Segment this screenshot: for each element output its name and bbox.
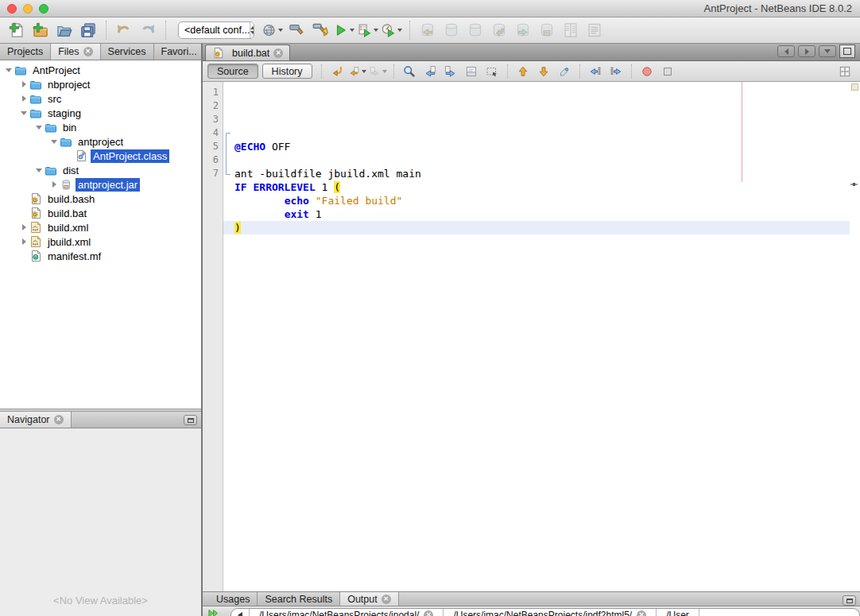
dropdown-arrow-icon[interactable] — [397, 29, 402, 32]
forward-button[interactable] — [370, 63, 387, 80]
tree-item-jbuild-xml[interactable]: jbuild.xml — [0, 234, 201, 249]
expand-open-icon[interactable] — [33, 126, 45, 130]
tree-item-manifest-mf[interactable]: manifest.mf — [0, 249, 201, 263]
build-project-button[interactable] — [286, 20, 307, 41]
tree-item-build-bat[interactable]: build.bat — [0, 206, 201, 220]
undo-button[interactable] — [114, 20, 134, 41]
expand-closed-icon[interactable] — [18, 224, 29, 231]
next-bookmark-button[interactable] — [535, 63, 552, 80]
back-button[interactable] — [349, 63, 366, 80]
expand-closed-icon[interactable] — [18, 95, 29, 102]
start-macro-recording-button[interactable] — [638, 63, 656, 80]
vcs-checkout-button[interactable] — [417, 20, 438, 41]
code-editor[interactable]: @ECHO OFFant -buildfile jbuild.xml mainI… — [223, 82, 850, 591]
save-all-button[interactable] — [78, 20, 99, 41]
output-tab-users-imac-netbeansprojects-jnodal[interactable]: /Users/imac/NetBeansProjects/jnodal/✕ — [250, 609, 444, 616]
tab-list-dropdown-button[interactable] — [819, 45, 836, 57]
tab-search-results[interactable]: Search Results — [258, 592, 340, 606]
new-project-button[interactable] — [30, 20, 51, 41]
stepper-arrows-icon[interactable] — [250, 22, 254, 38]
shift-line-left-button[interactable] — [587, 63, 604, 80]
task-list-button[interactable] — [584, 20, 605, 41]
last-edit-location-button[interactable] — [328, 63, 346, 80]
files-tree[interactable]: AntProjectnbprojectsrcstagingbinantproje… — [0, 60, 201, 409]
editor-splitter-button[interactable] — [836, 63, 854, 80]
expand-open-icon[interactable] — [18, 111, 29, 115]
vcs-update-button[interactable] — [441, 20, 462, 41]
dropdown-arrow-icon[interactable] — [350, 29, 354, 32]
expand-open-icon[interactable] — [3, 68, 14, 72]
source-view-button[interactable]: Source — [207, 64, 258, 79]
minimize-window-button[interactable] — [23, 4, 33, 14]
tab-favori[interactable]: Favori... — [154, 44, 205, 60]
config-select[interactable]: <default conf... — [178, 21, 254, 39]
toggle-bookmark-button[interactable] — [556, 63, 573, 80]
tree-item-antproject-jar[interactable]: antproject.jar — [0, 177, 201, 192]
run-project-button[interactable] — [334, 20, 354, 41]
tree-item-src[interactable]: src — [0, 91, 201, 106]
tab-usages[interactable]: Usages — [209, 592, 258, 606]
globe-button[interactable] — [262, 20, 283, 41]
tab-output[interactable]: Output✕ — [340, 592, 399, 606]
tree-item-bin[interactable]: bin — [0, 120, 201, 134]
tree-item-staging[interactable]: staging — [0, 106, 201, 120]
output-tab-users-imac-netbeansprojects-jndf2html5[interactable]: /Users/imac/NetBeansProjects/jndf2html5/… — [444, 609, 657, 616]
expand-closed-icon[interactable] — [18, 81, 29, 87]
tab-projects[interactable]: Projects — [0, 44, 51, 60]
vcs-revert-button[interactable] — [489, 20, 509, 41]
vcs-push-button[interactable] — [513, 20, 533, 41]
tree-item-antproject[interactable]: AntProject — [0, 63, 201, 77]
close-tab-icon[interactable]: ✕ — [83, 47, 93, 56]
tree-item-nbproject[interactable]: nbproject — [0, 77, 201, 91]
rectangular-selection-button[interactable] — [483, 63, 501, 80]
tab-files[interactable]: Files✕ — [51, 44, 100, 60]
stop-macro-recording-button[interactable] — [659, 63, 676, 80]
dropdown-arrow-icon[interactable] — [382, 70, 387, 73]
new-file-button[interactable] — [6, 20, 27, 41]
find-selection-button[interactable] — [401, 63, 418, 80]
dropdown-arrow-icon[interactable] — [362, 70, 366, 73]
profile-project-button[interactable] — [382, 20, 402, 41]
close-tab-icon[interactable]: ✕ — [382, 595, 391, 604]
dropdown-arrow-icon[interactable] — [278, 29, 283, 32]
doc-tab-close-icon[interactable]: ✕ — [273, 48, 283, 58]
clean-build-project-button[interactable] — [310, 20, 331, 41]
vcs-commit-button[interactable] — [465, 20, 486, 41]
tree-item-dist[interactable]: dist — [0, 163, 201, 177]
debug-project-button[interactable] — [358, 20, 378, 41]
scroll-output-tabs-left-button[interactable] — [231, 609, 250, 616]
vcs-archive-button[interactable] — [537, 20, 557, 41]
minimize-panel-button[interactable] — [184, 415, 197, 425]
next-occurrence-button[interactable] — [442, 63, 459, 80]
prev-bookmark-button[interactable] — [514, 63, 532, 80]
close-tab-icon[interactable]: ✕ — [424, 610, 433, 616]
history-view-button[interactable]: History — [262, 64, 312, 79]
close-tab-icon[interactable]: ✕ — [54, 415, 64, 424]
dropdown-arrow-icon[interactable] — [374, 29, 378, 32]
zoom-window-button[interactable] — [39, 4, 48, 14]
scroll-tabs-left-button[interactable] — [777, 45, 795, 57]
tree-item-build-xml[interactable]: build.xml — [0, 220, 201, 234]
maximize-window-button[interactable] — [839, 45, 855, 58]
redo-button[interactable] — [138, 20, 158, 41]
tab-navigator[interactable]: Navigator✕ — [0, 412, 72, 428]
doc-tab-build-bat[interactable]: build.bat ✕ — [205, 45, 290, 60]
shift-line-right-button[interactable] — [607, 63, 625, 80]
close-tab-icon[interactable]: ✕ — [637, 610, 646, 616]
diff-button[interactable] — [560, 20, 581, 41]
tab-services[interactable]: Services — [101, 44, 154, 60]
expand-closed-icon[interactable] — [18, 238, 29, 245]
tree-item-antproject-class[interactable]: AntProject.class — [0, 149, 201, 163]
scroll-tabs-right-button[interactable] — [798, 45, 815, 57]
expand-closed-icon[interactable] — [48, 181, 60, 188]
close-window-button[interactable] — [7, 4, 17, 14]
rerun-button[interactable] — [207, 608, 219, 616]
expand-open-icon[interactable] — [48, 140, 60, 144]
tree-item-build-bash[interactable]: build.bash — [0, 192, 201, 206]
open-project-button[interactable] — [54, 20, 75, 41]
output-tab-user[interactable]: /User — [657, 609, 699, 616]
prev-occurrence-button[interactable] — [421, 63, 439, 80]
tree-item-antproject[interactable]: antproject — [0, 134, 201, 149]
expand-open-icon[interactable] — [33, 169, 45, 172]
toggle-highlight-search-button[interactable] — [463, 63, 480, 80]
